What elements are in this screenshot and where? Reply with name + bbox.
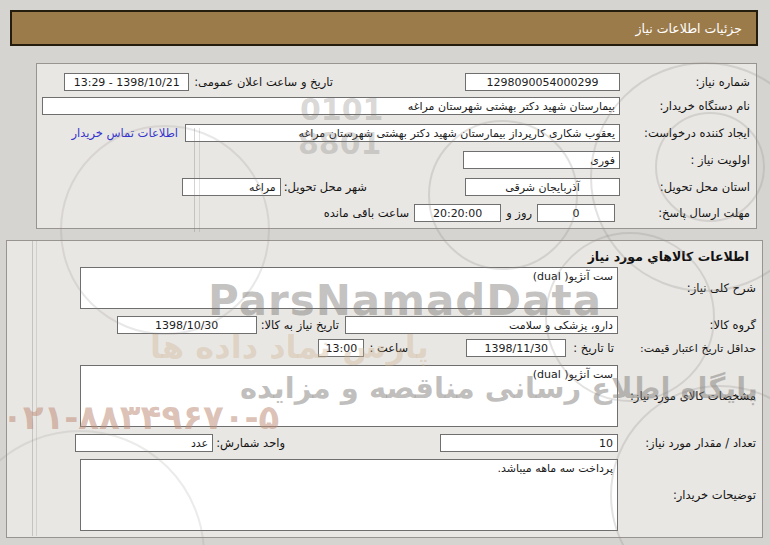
announce-datetime-field[interactable]: 13:29 - 1398/10/21 bbox=[64, 73, 189, 91]
until-date-value: 1398/11/30 bbox=[485, 342, 548, 355]
goods-specs-row: مشخصات کالای مورد نیاز: ست آنژیو( dual) bbox=[13, 365, 756, 427]
price-validity-row: حداقل تاریخ اعتبار قیمت: تا تاریخ : 1398… bbox=[13, 338, 756, 358]
reply-deadline-label: مهلت ارسال پاسخ: bbox=[620, 206, 750, 220]
count-unit-label: واحد شمارش: bbox=[216, 436, 285, 450]
page-title-bar: جزئیات اطلاعات نیاز bbox=[10, 10, 758, 46]
quantity-value: 10 bbox=[599, 437, 613, 450]
deadline-days-unit: روز و bbox=[506, 206, 532, 220]
buyer-org-value: بیمارستان شهید دکتر بهشتی شهرستان مراغه bbox=[408, 100, 615, 113]
need-date-value: 1398/10/30 bbox=[155, 319, 218, 332]
request-creator-label: ایجاد کننده درخواست: bbox=[620, 126, 750, 140]
goods-group-value: دارو، پزشکی و سلامت bbox=[509, 319, 613, 332]
general-desc-row: شرح کلی نیاز: ست آنژیو( dual) bbox=[13, 267, 756, 309]
need-number-field[interactable]: 1298090054000299 bbox=[465, 73, 620, 91]
delivery-province-label: استان محل تحویل: bbox=[620, 180, 750, 194]
need-number-row: شماره نیاز: 1298090054000299 تاریخ و ساع… bbox=[43, 72, 750, 92]
until-date-label: تا تاریخ : bbox=[573, 341, 614, 355]
delivery-city-value: مراغه bbox=[249, 181, 276, 194]
delivery-city-field[interactable]: مراغه bbox=[182, 178, 281, 196]
priority-label: اولویت نیاز : bbox=[620, 153, 750, 167]
deadline-suffix: ساعت باقی مانده bbox=[324, 206, 409, 220]
deadline-time-field[interactable]: 20:20:00 bbox=[414, 204, 501, 222]
request-creator-value: یعقوب شکاری کارپرداز بیمارستان شهید دکتر… bbox=[298, 127, 615, 140]
announce-datetime-label: تاریخ و ساعت اعلان عمومی: bbox=[194, 75, 333, 89]
general-desc-field[interactable]: ست آنژیو( dual) bbox=[80, 267, 618, 309]
goods-group-row: گروه کالا: دارو، پزشکی و سلامت تاریخ نیا… bbox=[13, 315, 756, 335]
need-date-field[interactable]: 1398/10/30 bbox=[117, 316, 257, 334]
priority-row: اولویت نیاز : فوری bbox=[43, 150, 750, 170]
reply-deadline-row: مهلت ارسال پاسخ: 0 روز و 20:20:00 ساعت ب… bbox=[43, 203, 750, 223]
buyer-org-row: نام دستگاه خریدار: بیمارستان شهید دکتر ب… bbox=[43, 96, 750, 116]
buyer-org-field[interactable]: بیمارستان شهید دکتر بهشتی شهرستان مراغه bbox=[42, 97, 620, 115]
priority-value: فوری bbox=[590, 154, 615, 167]
quantity-row: تعداد / مقدار مورد نیاز: 10 واحد شمارش: … bbox=[13, 433, 756, 453]
goods-group-field[interactable]: دارو، پزشکی و سلامت bbox=[345, 316, 618, 334]
buyer-notes-value: پرداخت سه ماهه میباشد. bbox=[497, 462, 613, 475]
buyer-contact-link[interactable]: اطلاعات تماس خریدار bbox=[71, 126, 178, 140]
page-title: جزئیات اطلاعات نیاز bbox=[636, 21, 742, 36]
need-number-value: 1298090054000299 bbox=[487, 76, 599, 89]
goods-group-label: گروه کالا: bbox=[618, 318, 756, 332]
price-validity-label: حداقل تاریخ اعتبار قیمت: bbox=[618, 342, 756, 355]
count-unit-value: عدد bbox=[191, 437, 208, 450]
goods-specs-value: ست آنژیو( dual) bbox=[533, 368, 613, 381]
request-creator-row: ایجاد کننده درخواست: یعقوب شکاری کارپردا… bbox=[43, 123, 750, 143]
request-creator-field[interactable]: یعقوب شکاری کارپرداز بیمارستان شهید دکتر… bbox=[185, 124, 620, 142]
general-desc-value: ست آنژیو( dual) bbox=[533, 270, 613, 283]
hour-label: ساعت : bbox=[369, 341, 408, 355]
need-number-label: شماره نیاز: bbox=[620, 75, 750, 89]
need-details-page: { "title_bar": "جزئیات اطلاعات نیاز", "n… bbox=[0, 0, 770, 545]
buyer-notes-label: توضیحات خریدار: bbox=[618, 488, 756, 502]
goods-specs-label: مشخصات کالای مورد نیاز: bbox=[618, 389, 756, 403]
need-date-label: تاریخ نیاز به کالا: bbox=[261, 318, 339, 332]
deadline-days-value: 0 bbox=[573, 207, 580, 220]
deadline-days-field[interactable]: 0 bbox=[537, 204, 615, 222]
priority-field[interactable]: فوری bbox=[463, 151, 620, 169]
hour-value: 13:00 bbox=[326, 342, 358, 355]
delivery-city-label: شهر محل تحویل: bbox=[284, 180, 367, 194]
buyer-notes-field[interactable]: پرداخت سه ماهه میباشد. bbox=[80, 459, 618, 531]
goods-info-header: اطلاعات کالاهاي مورد نیاز bbox=[588, 249, 749, 264]
buyer-org-label: نام دستگاه خریدار: bbox=[620, 99, 750, 113]
general-desc-label: شرح کلی نیاز: bbox=[618, 281, 756, 295]
deadline-time-value: 20:20:00 bbox=[433, 207, 482, 220]
quantity-label: تعداد / مقدار مورد نیاز: bbox=[618, 436, 756, 450]
quantity-field[interactable]: 10 bbox=[440, 434, 618, 452]
goods-specs-field[interactable]: ست آنژیو( dual) bbox=[80, 365, 618, 427]
announce-datetime-value: 13:29 - 1398/10/21 bbox=[74, 76, 180, 89]
delivery-province-value: آذربایجان شرقی bbox=[505, 181, 579, 194]
hour-field[interactable]: 13:00 bbox=[318, 339, 364, 357]
count-unit-field[interactable]: عدد bbox=[75, 434, 213, 452]
delivery-province-row: استان محل تحویل: آذربایجان شرقی شهر محل … bbox=[43, 177, 750, 197]
goods-info-panel: اطلاعات کالاهاي مورد نیاز شرح کلی نیاز: … bbox=[6, 240, 763, 538]
need-info-panel: شماره نیاز: 1298090054000299 تاریخ و ساع… bbox=[36, 63, 757, 229]
until-date-field[interactable]: 1398/11/30 bbox=[466, 339, 566, 357]
buyer-notes-row: توضیحات خریدار: پرداخت سه ماهه میباشد. bbox=[13, 459, 756, 531]
delivery-province-field[interactable]: آذربایجان شرقی bbox=[465, 178, 620, 196]
